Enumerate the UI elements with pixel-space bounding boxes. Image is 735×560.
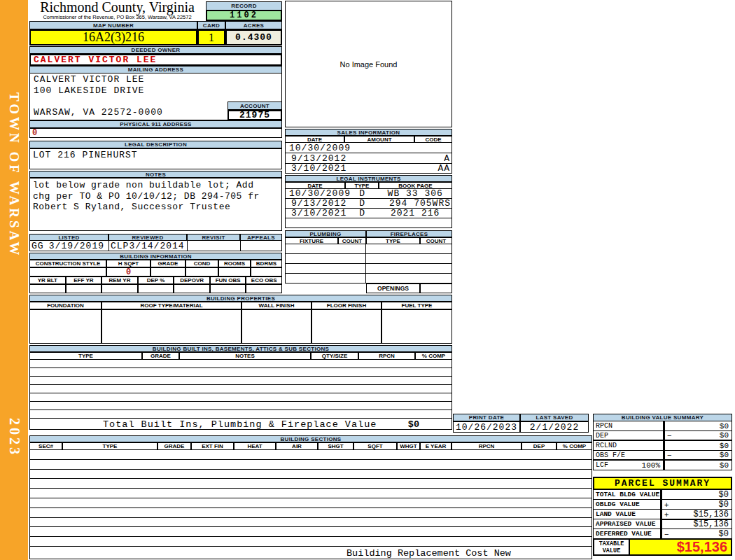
bvs-row: DEP −$0 bbox=[593, 431, 732, 441]
card-value: 1 bbox=[197, 29, 225, 46]
bs-col-eyear: E YEAR bbox=[420, 442, 451, 450]
county-title: Richmond County, Virginia bbox=[29, 1, 205, 14]
li-date: 10/30/2009 bbox=[286, 188, 346, 199]
ps-label: OBLDG VALUE bbox=[593, 500, 661, 510]
notes-line: Robert S Ryland, Successor Trustee bbox=[33, 202, 279, 213]
notes-label: NOTES bbox=[29, 171, 282, 178]
built-ins-total-row: Total Built Ins, Plumbing & Fireplace Va… bbox=[29, 419, 452, 430]
bi-col-ecoobs: ECO OBS bbox=[246, 276, 282, 284]
ps-row: APPRAISED VALUE $15,136 bbox=[593, 519, 732, 529]
review-values: GG 3/19/2019 CLP 3/14/2014 bbox=[29, 241, 282, 251]
built-ins-row-empty bbox=[29, 377, 452, 385]
ps-op: − bbox=[662, 530, 668, 538]
bi-value-cell bbox=[66, 284, 102, 293]
bvs-label: RCLND bbox=[596, 442, 617, 449]
ps-value: $0 bbox=[719, 529, 732, 539]
pf-row-empty bbox=[285, 274, 452, 284]
bvs-label: RPCN bbox=[596, 422, 612, 430]
fireplaces-title: FIREPLACES bbox=[366, 230, 452, 237]
built-ins-total-label: Total Built Ins, Plumbing & Fireplace Va… bbox=[103, 419, 377, 430]
built-ins-headers: TYPE GRADE NOTES QTY/SIZE RPCN % COMP bbox=[29, 352, 452, 360]
sales-code: A bbox=[415, 153, 450, 164]
bi-values-row1: 0 bbox=[29, 267, 282, 276]
bs-col-air: AIR bbox=[276, 442, 318, 450]
bs-col-heat: HEAT bbox=[234, 442, 276, 450]
bi-grade-value bbox=[150, 267, 186, 276]
ps-op: + bbox=[662, 510, 668, 519]
built-ins-row-empty bbox=[29, 368, 452, 377]
pf-plumbing-cell bbox=[286, 244, 366, 253]
bvs-title: BUILDING VALUE SUMMARY bbox=[593, 414, 732, 421]
bp-col-floor: FLOOR FINISH bbox=[312, 302, 382, 309]
bvs-label: OBS F/E bbox=[596, 451, 625, 459]
deeded-owner-value: CALVERT VICTOR LEE bbox=[29, 54, 282, 66]
bvs-value: $0 bbox=[720, 451, 732, 459]
reviewed-date: 3/14/2014 bbox=[129, 241, 184, 251]
deeded-owner-label: DEEDED OWNER bbox=[29, 46, 282, 54]
pf-col-count2: COUNT bbox=[420, 237, 452, 244]
notes-line: lot below grade non buildable lot; Add bbox=[33, 180, 279, 191]
building-sections-row-empty bbox=[29, 537, 592, 547]
building-sections-row-empty bbox=[29, 450, 592, 460]
sales-column-headers: DATE AMOUNT CODE bbox=[285, 136, 452, 143]
bs-col-whgt: WHGT bbox=[397, 442, 420, 450]
appeals-label: APPEALS bbox=[240, 234, 282, 241]
bi-value-cell bbox=[174, 284, 210, 293]
building-sections-row-empty bbox=[29, 460, 592, 470]
building-sections-row-empty bbox=[29, 527, 592, 537]
bvs-value: $0 bbox=[720, 431, 732, 440]
mailing-line: 100 LAKESIDE DRIVE bbox=[34, 85, 281, 97]
acres-label: ACRES bbox=[225, 21, 282, 29]
legal-description-value: LOT 216 PINEHURST bbox=[29, 148, 282, 169]
review-headers: LISTED REVIEWED REVISIT APPEALS bbox=[29, 234, 282, 241]
bi-headers-row1: CONSTRUCTION STYLE H SQFT GRADE COND ROO… bbox=[29, 260, 282, 267]
account-box: ACCOUNT 21975 bbox=[227, 102, 282, 120]
bs-col-shgt: SHGT bbox=[318, 442, 354, 450]
bi-construction-style-value bbox=[29, 267, 106, 276]
commissioner-line: Commissioner of the Revenue, PO Box 365,… bbox=[29, 14, 205, 20]
li-bookpage: WB 33 306 bbox=[379, 188, 451, 199]
bp-wall-value bbox=[241, 309, 312, 344]
ps-row: DEFERRED VALUE −$0 bbox=[593, 529, 732, 539]
built-ins-row-empty bbox=[29, 385, 452, 393]
listed-value: GG 3/19/2019 bbox=[30, 241, 109, 251]
built-ins-row-empty bbox=[29, 410, 452, 419]
bi-value-cell bbox=[210, 284, 246, 293]
building-replacement-label: Building Replacement Cost New bbox=[346, 548, 511, 559]
built-ins-row-empty bbox=[29, 393, 452, 402]
sales-row: 10/30/2009 bbox=[285, 143, 452, 153]
pf-titles: PLUMBING FIREPLACES bbox=[285, 230, 452, 237]
sales-title: SALES INFORMATION bbox=[285, 129, 452, 136]
building-sections-row-empty bbox=[29, 470, 592, 479]
building-sections-table: BUILDING SECTIONS SEC# TYPE GRADE EXT FI… bbox=[29, 435, 592, 559]
building-sections-row-empty bbox=[29, 518, 592, 528]
record-box: RECORD 1102 bbox=[206, 1, 282, 21]
sidebar-town-label: TOWN OF WARSAW bbox=[0, 66, 28, 284]
plumbing-title: PLUMBING bbox=[285, 230, 366, 237]
bin-col-grade: GRADE bbox=[142, 352, 179, 360]
plumbing-fireplaces-table: PLUMBING FIREPLACES FIXTURE COUNT TYPE C… bbox=[285, 230, 452, 293]
li-type: D bbox=[346, 188, 379, 199]
pf-col-fixture: FIXTURE bbox=[285, 237, 338, 244]
building-sections-footer-row: Building Replacement Cost New bbox=[29, 547, 592, 559]
built-ins-title: BUILDING BUILT INS, BASEMENTS, ATTICS & … bbox=[29, 345, 452, 352]
record-value: 1102 bbox=[206, 10, 282, 21]
listed-date: 3/19/2019 bbox=[49, 241, 104, 251]
parcel-summary-title: PARCEL SUMMARY bbox=[593, 477, 732, 490]
sales-row: 3/10/2021 AA bbox=[285, 164, 452, 174]
bi-bdrms-value bbox=[251, 267, 282, 276]
bs-col-comp: % COMP bbox=[556, 442, 592, 450]
sales-col-date: DATE bbox=[285, 136, 344, 143]
reviewed-by: CLP bbox=[111, 241, 129, 251]
ps-op: + bbox=[662, 500, 668, 509]
bi-value-cell bbox=[102, 284, 138, 293]
property-photo-placeholder: No Image Found bbox=[285, 1, 452, 127]
bi-col-funobs: FUN OBS bbox=[210, 276, 246, 284]
ps-row: TOTAL BLDG VALUE $0 bbox=[593, 490, 732, 500]
map-value-row: 16A2(3)216 1 0.4300 bbox=[29, 29, 282, 46]
building-information-title: BUILDING INFORMATION bbox=[29, 253, 282, 260]
building-sections-rows bbox=[29, 450, 592, 547]
building-sections-row-empty bbox=[29, 498, 592, 508]
physical-911-value: 0 bbox=[29, 128, 282, 138]
bi-cond-value bbox=[186, 267, 218, 276]
